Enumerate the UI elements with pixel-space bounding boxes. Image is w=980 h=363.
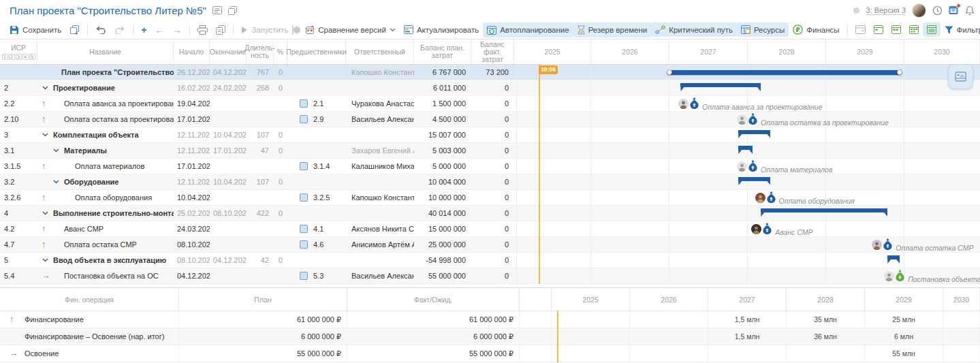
view-week-button[interactable] <box>887 22 905 37</box>
task-duration <box>247 221 274 236</box>
task-row[interactable]: 3Комплектация объекта12.11.202710.04.202… <box>0 127 980 143</box>
chevron-down-icon[interactable] <box>42 211 48 215</box>
undo-button[interactable] <box>91 23 110 37</box>
outdent-button[interactable]: ← <box>151 23 168 37</box>
wbs-level-button[interactable]: 1 <box>2 54 8 60</box>
duplicate-button[interactable] <box>65 22 84 37</box>
chevron-down-icon[interactable] <box>53 148 59 153</box>
view-year-button[interactable] <box>923 22 941 37</box>
column-header-balance-plan[interactable]: Баланс план. затрат <box>414 40 471 64</box>
column-header-duration[interactable]: Длитель-ность <box>247 40 274 64</box>
history-clock-icon[interactable] <box>932 5 943 16</box>
money-bag-icon[interactable] <box>762 223 772 236</box>
bell-icon[interactable] <box>965 5 975 16</box>
version-label[interactable]: 3: Версия 3 <box>866 6 906 15</box>
resources-button[interactable]: Ресурсы <box>737 22 789 37</box>
run-button[interactable]: Запустить <box>237 23 292 37</box>
finance-column-operation[interactable]: Фин. операция <box>0 288 179 311</box>
actualize-button[interactable]: Актуализировать <box>400 22 483 37</box>
money-bag-icon[interactable] <box>748 160 758 173</box>
view-day-button[interactable] <box>870 22 887 37</box>
task-row[interactable]: 4.2↑Аванс СМР24.03.20284.1Аксянов Никита… <box>0 221 980 237</box>
gantt-summary-bar[interactable] <box>738 177 770 181</box>
view-window-button[interactable] <box>851 22 870 37</box>
wbs-level-button[interactable]: 5 <box>29 54 35 60</box>
money-bag-icon[interactable] <box>883 238 893 251</box>
run-toggle[interactable] <box>292 25 294 35</box>
save-button[interactable]: Сохранить <box>5 22 65 37</box>
gantt-summary-bar[interactable] <box>680 83 761 87</box>
finance-row[interactable]: →Освоение55 000 000 ₽55 000 000 ₽55 млн <box>0 345 980 362</box>
time-reserve-button[interactable]: Резерв времени <box>573 22 652 37</box>
calendar-notification-icon[interactable] <box>949 5 959 15</box>
predecessor-checkbox[interactable] <box>300 272 308 280</box>
task-row[interactable]: 3.2Оборудование12.11.202710.04.202810701… <box>0 174 980 190</box>
gantt-summary-bar[interactable] <box>738 146 753 150</box>
column-header-wbs[interactable]: ИСР 12345 <box>0 40 37 64</box>
predecessor-checkbox[interactable] <box>300 240 308 249</box>
task-balance-plan: 5 003 000 <box>414 143 471 158</box>
copy-button[interactable] <box>212 22 230 37</box>
add-task-button[interactable]: + <box>137 23 151 37</box>
predecessor-checkbox[interactable] <box>300 193 308 202</box>
column-header-start[interactable]: Начало <box>174 40 210 64</box>
predecessor-checkbox[interactable] <box>300 225 308 233</box>
predecessor-value: 2.1 <box>313 96 323 111</box>
critical-path-button[interactable]: Критический путь <box>651 22 737 37</box>
task-row[interactable]: 4.7↑Оплата остатка СМР08.10.20294.6Аниси… <box>0 237 980 253</box>
task-row[interactable]: 2.2↑Оплата аванса за проектирование19.04… <box>0 96 980 112</box>
finance-row[interactable]: Финансирование – Освоение (нар. итог)6 0… <box>0 328 980 345</box>
wbs-level-button[interactable]: 2 <box>9 54 15 60</box>
version-compare-button[interactable]: Сравнение версий <box>301 22 400 37</box>
print-button[interactable] <box>193 22 212 37</box>
title-card-icon[interactable] <box>212 6 222 14</box>
gantt-summary-bar[interactable] <box>761 208 887 212</box>
task-start: 12.11.2027 <box>174 143 210 158</box>
chevron-down-icon[interactable] <box>42 86 48 90</box>
money-bag-icon[interactable] <box>689 97 699 110</box>
task-row[interactable]: 2Проектирование16.02.202724.02.202826806… <box>0 80 980 96</box>
chevron-down-icon[interactable] <box>42 258 48 262</box>
title-copy-icon[interactable] <box>228 6 237 15</box>
column-header-predecessors[interactable]: Предшественники <box>287 40 346 64</box>
column-header-percent[interactable]: % <box>274 40 287 64</box>
finance-column-plan[interactable]: План <box>179 288 347 311</box>
view-month-button[interactable] <box>905 22 923 37</box>
task-row[interactable]: 3.2.6↑Оплата оборудования10.04.20283.2.5… <box>0 190 980 206</box>
redo-button[interactable] <box>110 23 129 37</box>
wbs-level-button[interactable]: 4 <box>22 54 29 60</box>
wbs-level-button[interactable]: 3 <box>16 54 22 60</box>
gantt-summary-bar[interactable] <box>887 255 900 259</box>
autoplan-button[interactable]: Автопланирование <box>483 22 573 37</box>
payment-out-icon: ↑ <box>42 112 46 127</box>
predecessor-checkbox[interactable] <box>300 115 308 123</box>
predecessor-checkbox[interactable] <box>300 162 308 170</box>
finance-row[interactable]: ↑Финансирование61 000 000 ₽61 000 000 ₽1… <box>0 311 980 328</box>
predecessor-checkbox[interactable] <box>300 99 308 108</box>
column-header-end[interactable]: Окончание <box>210 40 247 64</box>
task-row[interactable]: 3.1Материалы12.11.202717.01.2028470Захар… <box>0 143 980 159</box>
task-row[interactable]: 3.1.5↑Оплата материалов17.01.20283.1.4Ка… <box>0 159 980 174</box>
column-header-name[interactable]: Название <box>37 40 174 64</box>
indent-button[interactable]: → <box>168 23 186 37</box>
task-row[interactable]: 5Ввод объекта в эксплуатацию08.10.202904… <box>0 253 980 268</box>
task-row[interactable]: План проекта "Строительство Литер №5"26.… <box>0 65 980 80</box>
gantt-summary-bar[interactable] <box>738 130 770 134</box>
task-row[interactable]: 2.10↑Оплата остатка за проектирование17.… <box>0 112 980 127</box>
gantt-project-bar[interactable] <box>669 70 900 75</box>
chevron-down-icon[interactable] <box>42 133 48 137</box>
column-header-responsible[interactable]: Ответственный <box>346 40 414 64</box>
gantt-detail-button[interactable] <box>948 64 973 89</box>
column-header-balance-fact[interactable]: Баланс факт. затрат <box>471 40 514 64</box>
task-row[interactable]: 4Выполнение строительно-монтажн...25.02.… <box>0 206 980 221</box>
finance-column-fact[interactable]: Факт/Ожид. <box>347 288 520 311</box>
money-bag-icon[interactable] <box>766 191 776 204</box>
filter-button[interactable]: Фильтр <box>941 23 980 37</box>
chevron-down-icon[interactable] <box>53 180 59 184</box>
user-avatar[interactable] <box>912 3 926 18</box>
gantt-end-handle[interactable] <box>897 69 902 75</box>
task-row[interactable]: 5.4→Постановка объекта на ОС04.12.20295.… <box>0 268 980 284</box>
money-bag-icon[interactable] <box>895 270 905 283</box>
finance-button[interactable]: ₽ Финансы <box>789 22 843 37</box>
money-bag-icon[interactable] <box>748 113 758 126</box>
